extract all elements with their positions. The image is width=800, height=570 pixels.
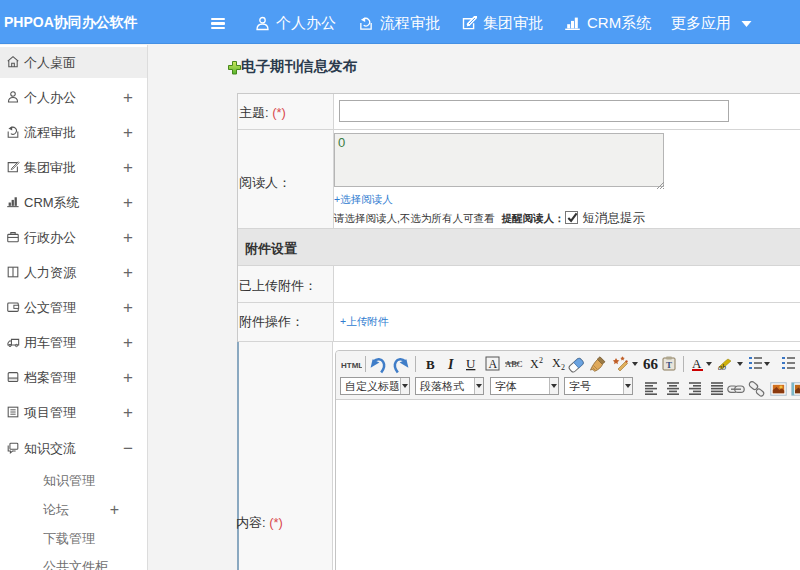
svg-text:T: T [666,360,672,370]
svg-text:2: 2 [561,363,565,372]
svg-text:ABC: ABC [505,359,523,369]
svg-text:HTML: HTML [341,361,362,370]
svg-text:B: B [426,357,435,372]
svg-text:66: 66 [643,356,659,372]
svg-text:A: A [489,357,498,371]
svg-text:X: X [530,357,539,371]
svg-text:2: 2 [539,356,543,365]
svg-text:A: A [692,356,702,371]
svg-text:U: U [466,356,476,371]
svg-text:ab: ab [718,363,726,372]
svg-text:I: I [447,357,454,372]
svg-text:X: X [552,356,561,370]
